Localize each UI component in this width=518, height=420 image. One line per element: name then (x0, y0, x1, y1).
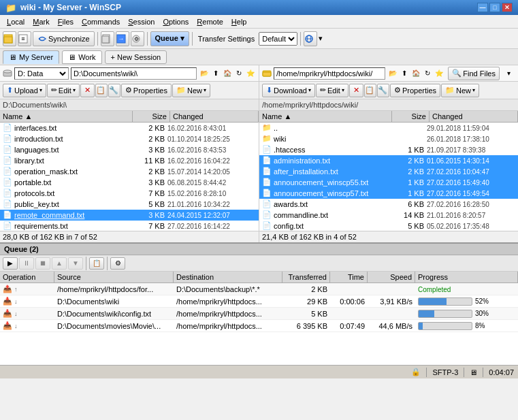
right-col-changed[interactable]: Changed (430, 111, 518, 122)
right-path-btn-4[interactable]: ↻ (422, 68, 433, 79)
file-icon: 📄 (3, 145, 12, 155)
right-edit-button[interactable]: ✏ Edit ▾ (316, 84, 349, 97)
left-file-row[interactable]: 📄remote_command.txt3 KB24.04.2015 12:32:… (0, 210, 259, 221)
left-file-row[interactable]: 📄interfaces.txt2 KB16.02.2016 8:43:01 (0, 123, 259, 133)
properties-icon-left: ⚙ (125, 86, 132, 95)
menu-mark[interactable]: Mark (29, 16, 53, 27)
left-path-btn-5[interactable]: ⭐ (245, 68, 256, 79)
toolbar-btn-2[interactable]: ≡ (18, 31, 31, 46)
right-path-input[interactable] (274, 67, 385, 80)
right-file-row[interactable]: 📄administration.txt2 KB01.06.2015 14:30:… (259, 155, 518, 166)
left-file-row[interactable]: 📄introduction.txt2 KB01.10.2014 18:25:25 (0, 133, 259, 144)
queue-stop-btn[interactable]: ⏹ (35, 257, 50, 270)
left-edit-button[interactable]: ✏ Edit ▾ (47, 84, 80, 97)
left-file-row[interactable]: 📄languages.txt3 KB16.02.2016 8:43:53 (0, 144, 259, 155)
right-file-row[interactable]: 📄.htaccess1 KB21.09.2017 8:39:38 (259, 144, 518, 155)
toolbar-btn-5[interactable]: ⚙ (131, 31, 144, 46)
left-path-btn-3[interactable]: 🏠 (222, 68, 233, 79)
left-col-size[interactable]: Size (133, 111, 170, 122)
queue-row[interactable]: 📥 ↓ D:\Documents\wiki /home/mprikryl/htt… (0, 295, 518, 308)
menu-files[interactable]: Files (54, 16, 78, 27)
right-new-button[interactable]: 📁 New ▾ (441, 84, 479, 97)
right-properties-button[interactable]: ⚙ Properties (390, 84, 440, 97)
left-path-btn-2[interactable]: ⬆ (210, 68, 221, 79)
minimize-button[interactable]: — (477, 3, 488, 12)
tab-my-server[interactable]: 🖥 My Server (3, 50, 59, 64)
right-path-btn-5[interactable]: ⭐ (434, 68, 444, 79)
right-btn-extra2[interactable]: 🔧 (377, 84, 389, 97)
menu-commands[interactable]: Commands (78, 16, 124, 27)
menu-session[interactable]: Session (124, 16, 159, 27)
left-col-name[interactable]: Name ▲ (0, 111, 133, 122)
menu-remote[interactable]: Remote (193, 16, 227, 27)
right-file-row[interactable]: 📄announcement_winscp57.txt1 KB27.02.2016… (259, 188, 518, 199)
left-path-input[interactable] (71, 67, 197, 80)
right-path-extra[interactable]: ▾ (502, 68, 515, 79)
left-new-button[interactable]: 📁 New ▾ (172, 84, 210, 97)
right-panel-body[interactable]: 📁..29.01.2018 11:59:04📁wiki26.01.2018 17… (259, 123, 518, 231)
toolbar-globe-btn[interactable] (304, 31, 317, 46)
right-file-row[interactable]: 📄awards.txt6 KB27.02.2016 16:28:50 (259, 199, 518, 210)
synchronize-button[interactable]: Synchronize (33, 31, 95, 46)
left-delete-button[interactable]: ✕ (80, 84, 95, 97)
left-properties-button[interactable]: ⚙ Properties (121, 84, 172, 97)
left-path-btn-1[interactable]: 📂 (199, 68, 210, 79)
right-file-row[interactable]: 📄announcement_winscp55.txt1 KB27.02.2016… (259, 177, 518, 188)
queue-row[interactable]: 📥 ↓ D:\Documents\movies\Movie\... /home/… (0, 320, 518, 332)
download-button[interactable]: ⬇ Download ▾ (262, 84, 315, 97)
close-button[interactable]: ✕ (502, 3, 513, 12)
right-file-row[interactable]: 📁..29.01.2018 11:59:04 (259, 123, 518, 133)
right-delete-button[interactable]: ✕ (349, 84, 363, 97)
new-session-button[interactable]: + New Session (105, 50, 167, 64)
toolbar-btn-1[interactable] (3, 31, 16, 46)
file-size: 3 KB (130, 146, 167, 154)
file-icon: 📄 (262, 145, 272, 155)
file-icon: 📄 (262, 221, 272, 231)
sessionbar: 🖥 My Server 🖥 Work + New Session (0, 49, 518, 65)
right-file-row[interactable]: 📁wiki26.01.2018 17:38:10 (259, 133, 518, 144)
toolbar-btn-4[interactable]: → (116, 31, 129, 46)
right-file-row[interactable]: 📄config.txt5 KB05.02.2016 17:35:48 (259, 221, 518, 231)
menu-options[interactable]: Options (159, 16, 193, 27)
left-btn-extra1[interactable]: 📋 (95, 84, 108, 97)
queue-pause-btn[interactable]: ⏸ (19, 257, 34, 270)
left-col-changed[interactable]: Changed (170, 111, 259, 122)
left-path-btn-4[interactable]: ↻ (233, 68, 244, 79)
left-panel-body[interactable]: 📄interfaces.txt2 KB16.02.2016 8:43:01📄in… (0, 123, 259, 231)
left-file-row[interactable]: 📄requirements.txt7 KB27.02.2016 16:14:22 (0, 221, 259, 231)
left-file-row[interactable]: 📄public_key.txt5 KB21.01.2016 10:34:22 (0, 199, 259, 210)
menu-help[interactable]: Help (227, 16, 251, 27)
queue-settings-btn[interactable]: ⚙ (110, 257, 125, 270)
queue-button[interactable]: Queue ▾ (150, 31, 189, 46)
right-btn-extra1[interactable]: 📋 (364, 84, 376, 97)
file-size: 1 KB (389, 189, 427, 197)
tab-work[interactable]: 🖥 Work (62, 50, 101, 64)
right-path-btn-3[interactable]: 🏠 (410, 68, 421, 79)
left-file-row[interactable]: 📄protocols.txt7 KB15.02.2016 8:28:10 (0, 188, 259, 199)
upload-button[interactable]: ⬆ Upload ▾ (3, 84, 46, 97)
maximize-button[interactable]: □ (489, 3, 500, 12)
menu-local[interactable]: Local (3, 16, 29, 27)
left-file-row[interactable]: 📄portable.txt3 KB06.08.2015 8:44:42 (0, 177, 259, 188)
left-file-row[interactable]: 📄operation_mask.txt2 KB15.07.2014 14:20:… (0, 166, 259, 177)
right-col-name[interactable]: Name ▲ (259, 111, 392, 122)
queue-row[interactable]: 📤 ↑ /home/mprikryl/httpdocs/for... D:\Do… (0, 283, 518, 295)
queue-start-btn[interactable]: ▶ (3, 257, 18, 270)
right-file-row[interactable]: 📄commandline.txt14 KB21.01.2016 8:20:57 (259, 210, 518, 221)
transfer-settings-select[interactable]: Default (259, 32, 297, 46)
drive-select[interactable]: D: Data (14, 67, 69, 80)
left-btn-extra2[interactable]: 🔧 (108, 84, 120, 97)
queue-copy-btn[interactable]: 📋 (89, 257, 104, 270)
titlebar: 📁 wiki - My Server - WinSCP — □ ✕ (0, 0, 518, 15)
queue-up-btn[interactable]: ▲ (52, 257, 67, 270)
find-files-button[interactable]: 🔍 Find Files (448, 67, 500, 80)
right-col-size[interactable]: Size (392, 111, 430, 122)
right-path-btn-1[interactable]: 📂 (387, 68, 398, 79)
toolbar-btn-3[interactable] (101, 31, 114, 46)
queue-row[interactable]: 📥 ↓ D:\Documents\wiki\config.txt /home/m… (0, 308, 518, 320)
right-file-row[interactable]: 📄after_installation.txt2 KB27.02.2016 10… (259, 166, 518, 177)
new-icon-right: 📁 (445, 86, 455, 95)
queue-down-btn[interactable]: ▼ (68, 257, 83, 270)
right-path-btn-2[interactable]: ⬆ (399, 68, 410, 79)
left-file-row[interactable]: 📄library.txt11 KB16.02.2016 16:04:22 (0, 155, 259, 166)
